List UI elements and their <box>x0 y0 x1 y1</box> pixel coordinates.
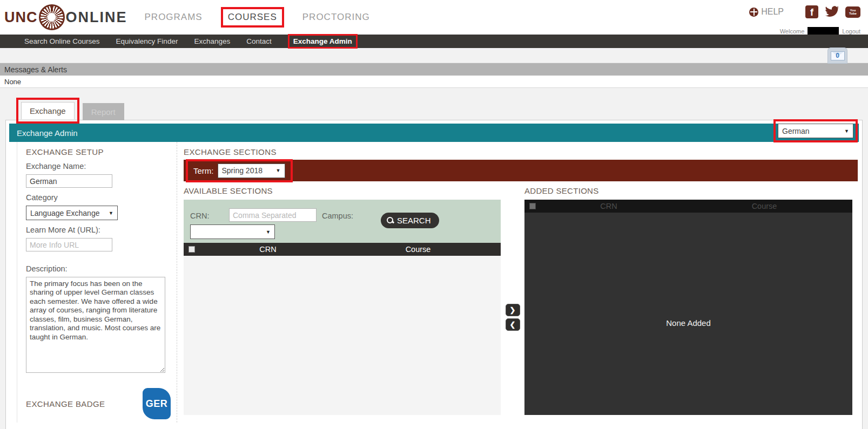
learn-more-url-label: Learn More At (URL): <box>26 226 174 234</box>
exchange-badge-row: EXCHANGE BADGE GER <box>26 388 171 419</box>
logout-link[interactable]: Logout <box>842 28 860 35</box>
subnav-exchange-admin[interactable]: Exchange Admin <box>293 37 352 45</box>
sunburst-logo-icon <box>39 4 65 30</box>
chevron-down-icon: ▼ <box>266 229 271 235</box>
available-sections-heading: AVAILABLE SECTIONS <box>184 186 501 195</box>
exchange-name-label: Exchange Name: <box>26 162 174 171</box>
chevron-down-icon: ▼ <box>276 168 281 173</box>
logo-online-text: ONLINE <box>66 9 127 26</box>
term-select[interactable]: Spring 2018 ▼ <box>218 164 285 178</box>
added-select-all-checkbox[interactable] <box>529 203 536 209</box>
added-sections-panel: CRN Course None Added <box>524 200 852 415</box>
top-header: UNC ONLINE PROGRAMS COURSES PROCTORING H… <box>0 0 868 35</box>
subnav-contact[interactable]: Contact <box>246 37 272 45</box>
social-icons: f YouTube <box>805 5 860 18</box>
available-col-course: Course <box>335 245 501 254</box>
help-label: HELP <box>761 7 784 17</box>
messages-body-text: None <box>4 78 21 86</box>
description-textarea[interactable]: The primary focus has been on the sharin… <box>26 277 165 373</box>
exchange-report-tabs: Exchange Report <box>16 100 868 120</box>
exchange-setup-heading: EXCHANGE SETUP <box>26 147 174 156</box>
added-col-crn: CRN <box>541 202 676 210</box>
nav-proctoring[interactable]: PROCTORING <box>302 12 370 23</box>
available-table-header: CRN Course <box>184 243 501 256</box>
search-icon <box>387 217 394 224</box>
added-sections-block: ADDED SECTIONS CRN Course None Added <box>524 186 852 415</box>
subnav-equivalency-finder[interactable]: Equivalency Finder <box>116 37 178 45</box>
subnav-exchanges[interactable]: Exchanges <box>194 37 230 45</box>
header-right: HELP f YouTube <box>749 5 860 18</box>
tab-report[interactable]: Report <box>83 103 124 120</box>
term-label: Term: <box>193 166 214 175</box>
category-label: Category <box>26 193 174 202</box>
youtube-icon[interactable]: YouTube <box>845 6 860 18</box>
category-select[interactable]: Language Exchange ▼ <box>26 206 118 220</box>
help-link[interactable]: HELP <box>749 7 784 17</box>
section-search-panel: CRN: Campus: SEARCH ▼ <box>184 200 501 243</box>
header-strip: 0 <box>0 48 868 63</box>
annotation-box-exchange-select: German ▼ <box>773 119 858 142</box>
exchange-sections-heading: EXCHANGE SECTIONS <box>184 147 858 156</box>
exchange-badge-image: GER <box>143 388 171 419</box>
main-nav: PROGRAMS COURSES PROCTORING <box>145 7 370 28</box>
exchange-setup-panel: EXCHANGE SETUP Exchange Name: Category L… <box>17 142 174 423</box>
exchange-name-input[interactable] <box>26 174 112 188</box>
crn-label: CRN: <box>190 212 209 220</box>
tab-exchange[interactable]: Exchange <box>21 102 75 119</box>
messages-envelope-tab[interactable]: 0 <box>827 47 847 64</box>
added-col-course: Course <box>676 202 852 210</box>
exchange-badge-label: EXCHANGE BADGE <box>26 399 105 408</box>
move-right-button[interactable]: ❯ <box>506 304 520 316</box>
search-button[interactable]: SEARCH <box>381 213 439 228</box>
added-table-header: CRN Course <box>524 200 852 213</box>
facebook-icon[interactable]: f <box>805 5 818 18</box>
exchange-admin-title-bar: Exchange Admin German ▼ <box>9 124 859 142</box>
nav-programs[interactable]: PROGRAMS <box>145 12 203 23</box>
learn-more-url-input[interactable] <box>26 238 112 251</box>
campus-select[interactable]: ▼ <box>190 224 275 239</box>
added-sections-heading: ADDED SECTIONS <box>524 186 852 195</box>
exchange-sections-panel: EXCHANGE SECTIONS Term: Spring 2018 ▼ AV… <box>177 142 859 423</box>
unc-online-logo: UNC ONLINE <box>4 4 127 30</box>
courses-subnav: Search Online Courses Equivalency Finder… <box>0 35 868 48</box>
annotation-box-courses: COURSES <box>221 7 284 28</box>
chevron-right-icon: ❯ <box>510 306 516 314</box>
chevron-left-icon: ❮ <box>510 321 516 329</box>
category-select-value: Language Exchange <box>30 209 99 217</box>
twitter-icon[interactable] <box>825 6 839 18</box>
crn-input[interactable] <box>229 208 317 222</box>
annotation-box-exchange-tab: Exchange <box>16 98 79 124</box>
exchange-select-value: German <box>782 127 810 135</box>
subnav-search-online-courses[interactable]: Search Online Courses <box>24 37 100 45</box>
available-col-crn: CRN <box>200 245 335 254</box>
term-select-value: Spring 2018 <box>222 166 263 175</box>
help-icon <box>749 8 758 17</box>
exchange-select[interactable]: German ▼ <box>778 124 853 138</box>
move-left-button[interactable]: ❮ <box>506 318 520 331</box>
logo-unc-text: UNC <box>4 9 38 26</box>
annotation-box-term-select: Term: Spring 2018 ▼ <box>186 159 293 182</box>
chevron-down-icon: ▼ <box>109 210 113 216</box>
messages-body-row: None <box>0 76 868 88</box>
move-buttons-column: ❯ ❮ <box>501 186 524 415</box>
search-button-label: SEARCH <box>397 216 431 225</box>
annotation-box-exchange-admin: Exchange Admin <box>288 34 358 49</box>
exchange-admin-card: Exchange Admin German ▼ EXCHANGE SETUP E… <box>5 120 863 429</box>
message-count-badge: 0 <box>836 52 839 59</box>
exchange-admin-title: Exchange Admin <box>17 128 78 138</box>
term-bar: Term: Spring 2018 ▼ <box>184 160 858 181</box>
added-empty-text: None Added <box>524 318 852 328</box>
chevron-down-icon: ▼ <box>844 128 849 134</box>
messages-alerts-bar: Messages & Alerts <box>0 63 868 76</box>
campus-label: Campus: <box>322 212 353 220</box>
available-sections-block: AVAILABLE SECTIONS CRN: Campus: SEARCH ▼ <box>184 186 501 415</box>
messages-alerts-title: Messages & Alerts <box>4 65 67 74</box>
select-all-checkbox[interactable] <box>189 246 195 253</box>
available-table-body <box>184 256 501 415</box>
nav-courses[interactable]: COURSES <box>228 12 277 23</box>
description-label: Description: <box>26 264 174 273</box>
welcome-label: Welcome <box>780 28 805 35</box>
